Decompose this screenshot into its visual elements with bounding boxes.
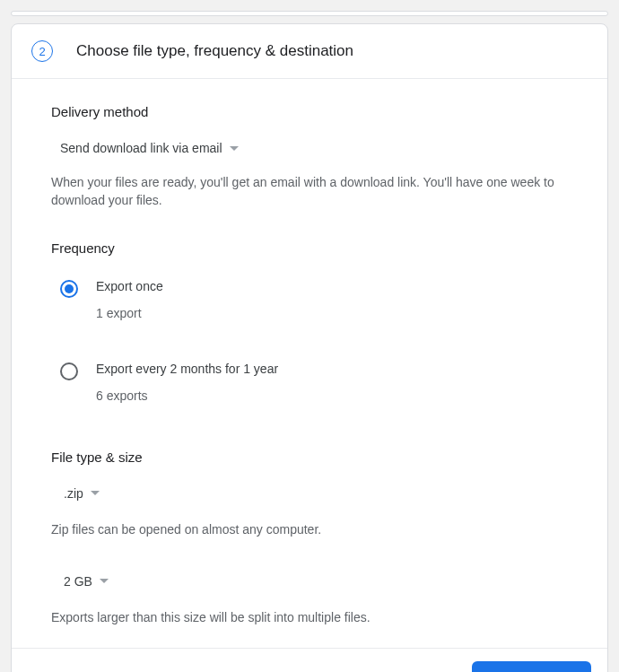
chevron-down-icon [91, 491, 100, 495]
radio-selected-icon [60, 280, 78, 298]
frequency-radio-group: Export once 1 export Export every 2 mont… [51, 272, 568, 419]
delivery-method-section: Delivery method Send download link via e… [51, 104, 568, 210]
filetype-section: File type & size .zip Zip files can be o… [51, 449, 568, 627]
radio-sublabel: 1 export [96, 306, 163, 320]
chevron-down-icon [100, 579, 109, 583]
radio-label: Export once [96, 279, 163, 293]
frequency-section: Frequency Export once 1 export Export ev… [51, 240, 568, 419]
frequency-heading: Frequency [51, 240, 568, 256]
step-card: 2 Choose file type, frequency & destinat… [11, 23, 608, 672]
create-export-button[interactable]: Create export [472, 661, 591, 672]
frequency-option-export-bimonthly[interactable]: Export every 2 months for 1 year 6 expor… [51, 336, 568, 419]
file-size-dropdown[interactable]: 2 GB [53, 569, 119, 594]
chevron-down-icon [230, 146, 239, 151]
radio-label: Export every 2 months for 1 year [96, 362, 278, 376]
previous-step-card [11, 11, 608, 16]
delivery-method-selected: Send download link via email [60, 141, 222, 155]
radio-dot-icon [65, 284, 74, 293]
radio-unselected-icon [60, 362, 78, 380]
radio-text: Export every 2 months for 1 year 6 expor… [96, 362, 278, 403]
delivery-helper-text: When your files are ready, you'll get an… [51, 173, 568, 210]
step-body: Delivery method Send download link via e… [12, 79, 607, 648]
filetype-heading: File type & size [51, 449, 568, 465]
file-type-dropdown[interactable]: .zip [53, 481, 110, 506]
file-size-selected: 2 GB [64, 574, 92, 589]
file-type-helper: Zip files can be opened on almost any co… [51, 520, 568, 538]
delivery-heading: Delivery method [51, 104, 568, 119]
frequency-option-export-once[interactable]: Export once 1 export [51, 272, 568, 336]
delivery-method-dropdown[interactable]: Send download link via email [49, 135, 249, 161]
radio-text: Export once 1 export [96, 279, 163, 320]
step-footer: Create export [12, 648, 607, 672]
step-header: 2 Choose file type, frequency & destinat… [12, 24, 607, 79]
step-number-badge: 2 [31, 40, 53, 62]
file-size-helper: Exports larger than this size will be sp… [51, 608, 568, 626]
radio-sublabel: 6 exports [96, 388, 278, 403]
file-type-selected: .zip [64, 486, 83, 501]
step-title: Choose file type, frequency & destinatio… [76, 42, 353, 60]
